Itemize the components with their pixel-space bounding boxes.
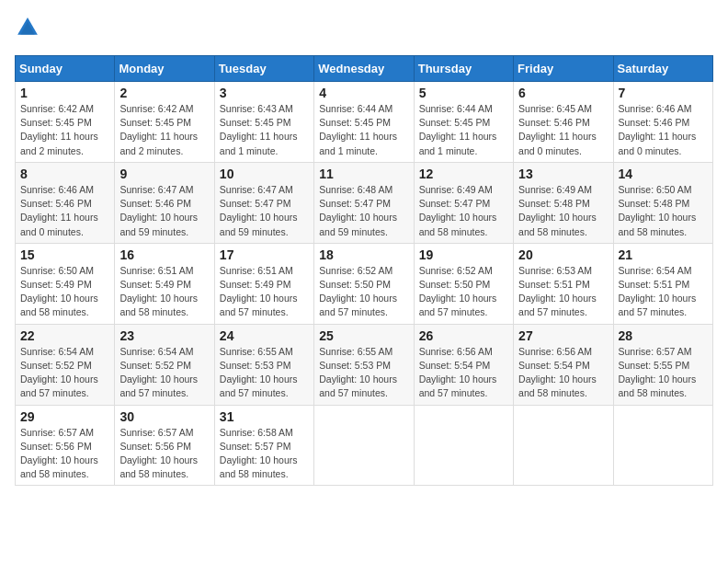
calendar-cell: 7 Sunrise: 6:46 AM Sunset: 5:46 PM Dayli… [613, 82, 712, 163]
day-number: 12 [419, 167, 508, 181]
calendar-week-3: 15 Sunrise: 6:50 AM Sunset: 5:49 PM Dayl… [16, 243, 713, 324]
day-info: Sunrise: 6:55 AM Sunset: 5:53 PM Dayligh… [220, 345, 309, 401]
calendar-cell [514, 405, 613, 486]
calendar-cell: 17 Sunrise: 6:51 AM Sunset: 5:49 PM Dayl… [214, 243, 313, 324]
day-number: 21 [619, 247, 708, 262]
calendar-cell: 27 Sunrise: 6:56 AM Sunset: 5:54 PM Dayl… [514, 324, 613, 405]
day-number: 10 [220, 167, 309, 181]
day-number: 1 [20, 86, 109, 100]
calendar-cell: 10 Sunrise: 6:47 AM Sunset: 5:47 PM Dayl… [214, 162, 313, 243]
day-info: Sunrise: 6:44 AM Sunset: 5:45 PM Dayligh… [319, 102, 408, 158]
day-info: Sunrise: 6:42 AM Sunset: 5:45 PM Dayligh… [20, 102, 109, 158]
day-number: 22 [20, 328, 109, 343]
day-number: 11 [319, 167, 408, 181]
day-info: Sunrise: 6:54 AM Sunset: 5:52 PM Dayligh… [20, 345, 109, 401]
day-info: Sunrise: 6:42 AM Sunset: 5:45 PM Dayligh… [119, 102, 209, 158]
calendar-cell: 8 Sunrise: 6:46 AM Sunset: 5:46 PM Dayli… [16, 162, 115, 243]
day-info: Sunrise: 6:56 AM Sunset: 5:54 PM Dayligh… [419, 345, 508, 401]
day-info: Sunrise: 6:58 AM Sunset: 5:57 PM Dayligh… [220, 426, 309, 482]
day-number: 18 [319, 247, 408, 262]
header-tuesday: Tuesday [214, 56, 313, 82]
day-number: 30 [119, 409, 209, 424]
day-info: Sunrise: 6:54 AM Sunset: 5:52 PM Dayligh… [119, 345, 209, 401]
day-info: Sunrise: 6:52 AM Sunset: 5:50 PM Dayligh… [319, 264, 408, 320]
header-thursday: Thursday [414, 56, 513, 82]
day-number: 2 [119, 86, 209, 100]
day-info: Sunrise: 6:44 AM Sunset: 5:45 PM Dayligh… [419, 102, 508, 158]
calendar-header-row: SundayMondayTuesdayWednesdayThursdayFrid… [16, 56, 713, 82]
calendar-cell: 20 Sunrise: 6:53 AM Sunset: 5:51 PM Dayl… [514, 243, 613, 324]
day-number: 19 [419, 247, 508, 262]
calendar-cell: 1 Sunrise: 6:42 AM Sunset: 5:45 PM Dayli… [16, 82, 115, 163]
calendar-cell: 19 Sunrise: 6:52 AM Sunset: 5:50 PM Dayl… [414, 243, 513, 324]
calendar-cell [613, 405, 712, 486]
day-number: 6 [518, 86, 608, 100]
calendar: SundayMondayTuesdayWednesdayThursdayFrid… [15, 55, 713, 486]
calendar-week-5: 29 Sunrise: 6:57 AM Sunset: 5:56 PM Dayl… [16, 405, 713, 486]
day-info: Sunrise: 6:49 AM Sunset: 5:47 PM Dayligh… [419, 183, 508, 239]
calendar-cell: 28 Sunrise: 6:57 AM Sunset: 5:55 PM Dayl… [613, 324, 712, 405]
calendar-cell: 23 Sunrise: 6:54 AM Sunset: 5:52 PM Dayl… [115, 324, 214, 405]
header-monday: Monday [115, 56, 214, 82]
calendar-week-1: 1 Sunrise: 6:42 AM Sunset: 5:45 PM Dayli… [16, 82, 713, 163]
day-number: 25 [319, 328, 408, 343]
logo [15, 15, 44, 44]
header-sunday: Sunday [16, 56, 115, 82]
calendar-cell: 14 Sunrise: 6:50 AM Sunset: 5:48 PM Dayl… [613, 162, 712, 243]
calendar-cell: 26 Sunrise: 6:56 AM Sunset: 5:54 PM Dayl… [414, 324, 513, 405]
calendar-cell: 13 Sunrise: 6:49 AM Sunset: 5:48 PM Dayl… [514, 162, 613, 243]
day-info: Sunrise: 6:52 AM Sunset: 5:50 PM Dayligh… [419, 264, 508, 320]
day-number: 8 [20, 167, 109, 181]
day-number: 17 [220, 247, 309, 262]
logo-icon [15, 15, 40, 44]
calendar-cell: 5 Sunrise: 6:44 AM Sunset: 5:45 PM Dayli… [414, 82, 513, 163]
calendar-cell: 4 Sunrise: 6:44 AM Sunset: 5:45 PM Dayli… [314, 82, 414, 163]
day-info: Sunrise: 6:57 AM Sunset: 5:55 PM Dayligh… [619, 345, 708, 401]
day-info: Sunrise: 6:50 AM Sunset: 5:48 PM Dayligh… [619, 183, 708, 239]
calendar-cell: 29 Sunrise: 6:57 AM Sunset: 5:56 PM Dayl… [16, 405, 115, 486]
day-number: 16 [119, 247, 209, 262]
day-info: Sunrise: 6:57 AM Sunset: 5:56 PM Dayligh… [20, 426, 109, 482]
day-info: Sunrise: 6:51 AM Sunset: 5:49 PM Dayligh… [119, 264, 209, 320]
header [15, 15, 713, 44]
day-number: 4 [319, 86, 408, 100]
day-number: 23 [119, 328, 209, 343]
day-number: 5 [419, 86, 508, 100]
calendar-cell: 31 Sunrise: 6:58 AM Sunset: 5:57 PM Dayl… [214, 405, 313, 486]
calendar-cell: 30 Sunrise: 6:57 AM Sunset: 5:56 PM Dayl… [115, 405, 214, 486]
header-wednesday: Wednesday [314, 56, 414, 82]
day-info: Sunrise: 6:54 AM Sunset: 5:51 PM Dayligh… [619, 264, 708, 320]
day-number: 13 [518, 167, 608, 181]
day-number: 15 [20, 247, 109, 262]
calendar-cell: 22 Sunrise: 6:54 AM Sunset: 5:52 PM Dayl… [16, 324, 115, 405]
day-number: 3 [220, 86, 309, 100]
calendar-cell: 21 Sunrise: 6:54 AM Sunset: 5:51 PM Dayl… [613, 243, 712, 324]
day-info: Sunrise: 6:46 AM Sunset: 5:46 PM Dayligh… [619, 102, 708, 158]
calendar-cell: 18 Sunrise: 6:52 AM Sunset: 5:50 PM Dayl… [314, 243, 414, 324]
day-info: Sunrise: 6:55 AM Sunset: 5:53 PM Dayligh… [319, 345, 408, 401]
day-info: Sunrise: 6:49 AM Sunset: 5:48 PM Dayligh… [518, 183, 608, 239]
day-number: 31 [220, 409, 309, 424]
calendar-cell: 3 Sunrise: 6:43 AM Sunset: 5:45 PM Dayli… [214, 82, 313, 163]
header-saturday: Saturday [613, 56, 712, 82]
day-info: Sunrise: 6:56 AM Sunset: 5:54 PM Dayligh… [518, 345, 608, 401]
calendar-cell: 24 Sunrise: 6:55 AM Sunset: 5:53 PM Dayl… [214, 324, 313, 405]
day-number: 20 [518, 247, 608, 262]
day-info: Sunrise: 6:48 AM Sunset: 5:47 PM Dayligh… [319, 183, 408, 239]
day-info: Sunrise: 6:57 AM Sunset: 5:56 PM Dayligh… [119, 426, 209, 482]
calendar-week-2: 8 Sunrise: 6:46 AM Sunset: 5:46 PM Dayli… [16, 162, 713, 243]
calendar-week-4: 22 Sunrise: 6:54 AM Sunset: 5:52 PM Dayl… [16, 324, 713, 405]
day-number: 9 [119, 167, 209, 181]
calendar-cell [414, 405, 513, 486]
day-info: Sunrise: 6:47 AM Sunset: 5:46 PM Dayligh… [119, 183, 209, 239]
day-info: Sunrise: 6:47 AM Sunset: 5:47 PM Dayligh… [220, 183, 309, 239]
calendar-cell: 9 Sunrise: 6:47 AM Sunset: 5:46 PM Dayli… [115, 162, 214, 243]
calendar-cell: 11 Sunrise: 6:48 AM Sunset: 5:47 PM Dayl… [314, 162, 414, 243]
day-number: 26 [419, 328, 508, 343]
day-info: Sunrise: 6:46 AM Sunset: 5:46 PM Dayligh… [20, 183, 109, 239]
day-info: Sunrise: 6:53 AM Sunset: 5:51 PM Dayligh… [518, 264, 608, 320]
calendar-cell: 15 Sunrise: 6:50 AM Sunset: 5:49 PM Dayl… [16, 243, 115, 324]
calendar-cell: 12 Sunrise: 6:49 AM Sunset: 5:47 PM Dayl… [414, 162, 513, 243]
day-number: 24 [220, 328, 309, 343]
calendar-cell: 25 Sunrise: 6:55 AM Sunset: 5:53 PM Dayl… [314, 324, 414, 405]
